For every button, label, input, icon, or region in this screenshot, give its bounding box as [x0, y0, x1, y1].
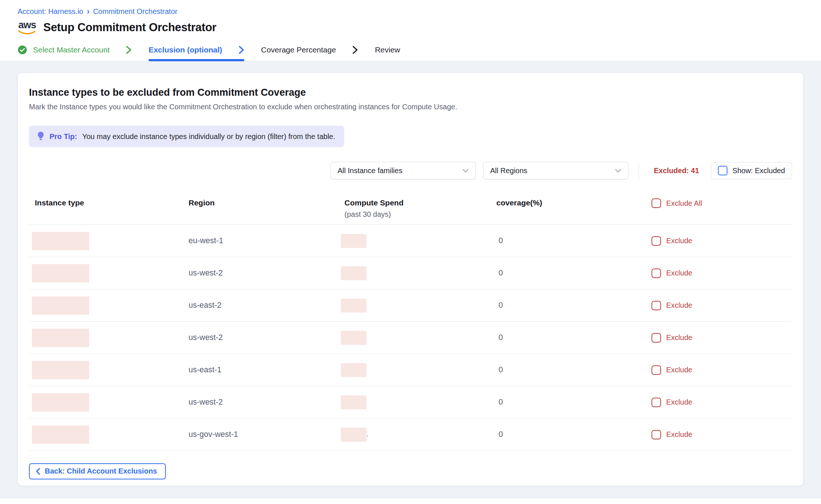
instance-type-redacted — [32, 361, 89, 379]
coverage-cell: 0 — [496, 365, 641, 375]
col-header-compute-spend: Compute Spend — [344, 198, 496, 207]
step-label: Review — [375, 45, 400, 54]
excluded-count-badge: Excluded: 41 — [654, 167, 699, 175]
step-exclusion[interactable]: Exclusion (optional) — [149, 39, 244, 61]
step-label: Select Master Account — [33, 45, 110, 54]
compute-spend-redacted — [341, 428, 366, 442]
breadcrumb-account-link[interactable]: Account: Harness.io — [18, 7, 83, 16]
coverage-cell: 0 — [496, 301, 641, 310]
back-button[interactable]: Back: Child Account Exclusions — [29, 463, 166, 479]
step-coverage-percentage[interactable]: Coverage Percentage — [261, 39, 358, 61]
check-circle-icon — [18, 45, 27, 55]
regions-value: All Regions — [490, 167, 527, 175]
compute-spend-redacted — [341, 363, 366, 377]
chevron-right-icon — [238, 45, 244, 54]
compute-spend-redacted — [341, 266, 366, 280]
exclude-control[interactable]: Exclude — [641, 333, 792, 343]
step-review[interactable]: Review — [375, 39, 400, 61]
chevron-right-icon — [352, 45, 358, 54]
filter-divider — [639, 163, 639, 178]
exclude-control[interactable]: Exclude — [641, 269, 792, 278]
step-select-master-account[interactable]: Select Master Account — [18, 39, 132, 61]
exclude-control[interactable]: Exclude — [641, 398, 792, 407]
exclusion-panel: Instance types to be excluded from Commi… — [18, 73, 803, 486]
instance-type-redacted — [32, 296, 89, 315]
exclude-checkbox[interactable] — [652, 269, 661, 278]
table-row: us-gov-west-1 . 0 Exclude — [29, 419, 792, 451]
table-row: us-west-2 0 Exclude — [29, 257, 792, 289]
exclude-label: Exclude — [666, 430, 692, 439]
compute-spend-redacted — [341, 395, 366, 409]
instance-families-value: All Instance families — [337, 167, 402, 175]
compute-spend-redacted — [341, 299, 366, 313]
table-row: us-west-2 0 Exclude — [29, 322, 792, 354]
show-excluded-checkbox[interactable] — [718, 166, 727, 175]
panel-heading: Instance types to be excluded from Commi… — [29, 87, 792, 98]
region-cell: us-east-2 — [189, 301, 344, 310]
exclude-control[interactable]: Exclude — [641, 236, 792, 246]
instance-type-redacted — [32, 393, 89, 412]
exclude-label: Exclude — [666, 301, 692, 310]
lightbulb-icon — [37, 131, 44, 142]
col-header-coverage: coverage(%) — [496, 198, 641, 207]
exclude-checkbox[interactable] — [652, 236, 661, 246]
exclude-checkbox[interactable] — [652, 333, 661, 343]
breadcrumb-separator-icon: › — [87, 7, 90, 17]
exclude-label: Exclude — [666, 333, 692, 342]
aws-logo-icon: aws — [18, 20, 37, 35]
exclude-control[interactable]: Exclude — [641, 365, 792, 375]
pro-tip-text: You may exclude instance types individua… — [82, 132, 335, 141]
exclude-checkbox[interactable] — [652, 365, 661, 375]
filter-row: All Instance families All Regions Exclud… — [29, 162, 792, 179]
exclude-checkbox[interactable] — [652, 398, 661, 407]
coverage-cell: 0 — [496, 236, 641, 245]
chevron-right-icon — [126, 45, 132, 54]
regions-select[interactable]: All Regions — [483, 162, 628, 179]
region-cell: us-west-2 — [189, 269, 344, 278]
show-excluded-toggle[interactable]: Show: Excluded — [711, 162, 792, 179]
instance-type-redacted — [32, 264, 89, 282]
exclude-label: Exclude — [666, 269, 692, 277]
chevron-down-icon — [462, 169, 469, 173]
col-header-compute-spend-period: (past 30 days) — [344, 210, 496, 219]
table-row: us-east-2 0 Exclude — [29, 289, 792, 322]
coverage-cell: 0 — [496, 333, 641, 342]
instance-type-redacted — [32, 232, 89, 250]
instance-type-redacted — [32, 426, 89, 444]
region-cell: us-east-1 — [189, 365, 344, 375]
pro-tip-banner: Pro Tip: You may exclude instance types … — [29, 126, 344, 147]
exclude-label: Exclude — [666, 398, 692, 406]
region-cell: eu-west-1 — [189, 236, 344, 245]
panel-subheading: Mark the Instance types you would like t… — [29, 103, 792, 111]
exclude-control[interactable]: Exclude — [641, 301, 792, 310]
instance-type-redacted — [32, 329, 89, 347]
exclude-all-checkbox[interactable] — [652, 198, 661, 208]
compute-spend-redacted — [341, 234, 366, 248]
back-button-label: Back: Child Account Exclusions — [45, 467, 157, 475]
chevron-left-icon — [36, 468, 40, 475]
instance-families-select[interactable]: All Instance families — [331, 162, 476, 179]
page-header: Account: Harness.io › Commitment Orchest… — [0, 0, 821, 35]
show-excluded-label: Show: Excluded — [733, 167, 785, 175]
coverage-cell: 0 — [496, 269, 641, 278]
region-cell: us-west-2 — [189, 398, 344, 407]
exclude-all-control[interactable]: Exclude All — [641, 198, 792, 208]
page-content: Instance types to be excluded from Commi… — [0, 61, 821, 498]
exclude-label: Exclude — [666, 237, 692, 245]
col-header-region: Region — [189, 198, 344, 207]
exclude-checkbox[interactable] — [652, 430, 661, 439]
step-label: Exclusion (optional) — [149, 45, 222, 54]
breadcrumb: Account: Harness.io › Commitment Orchest… — [18, 7, 803, 16]
table-header-row: Instance type Region Compute Spend (past… — [29, 198, 792, 225]
coverage-cell: 0 — [496, 430, 641, 439]
exclude-checkbox[interactable] — [652, 301, 661, 310]
page-title: Setup Commitment Orchestrator — [43, 21, 216, 34]
exclude-control[interactable]: Exclude — [641, 430, 792, 439]
breadcrumb-page-link[interactable]: Commitment Orchestrator — [93, 7, 178, 16]
step-label: Coverage Percentage — [261, 45, 336, 54]
col-header-instance-type: Instance type — [35, 198, 189, 207]
exclude-label: Exclude — [666, 366, 692, 374]
region-cell: us-west-2 — [189, 333, 344, 342]
exclusion-table: Instance type Region Compute Spend (past… — [29, 198, 792, 451]
compute-spend-redacted — [341, 331, 366, 345]
